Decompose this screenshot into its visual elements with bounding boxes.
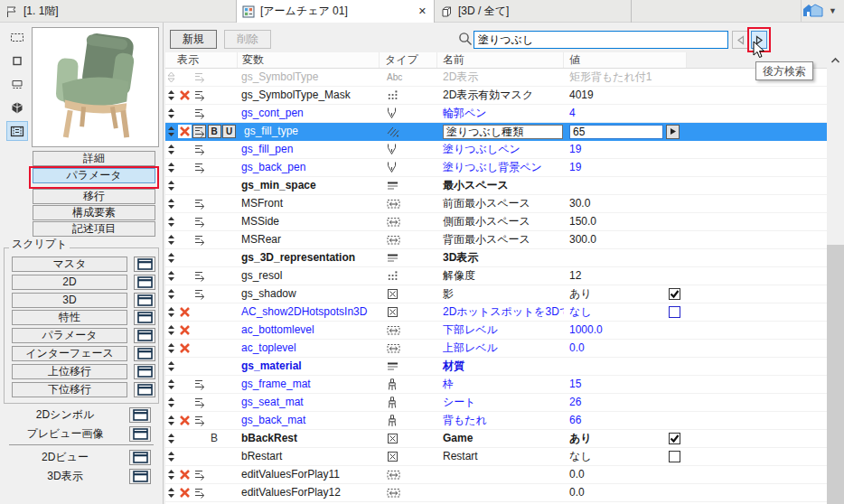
- slot-reorder[interactable]: [165, 249, 177, 266]
- slot-unique-flag[interactable]: [221, 285, 237, 303]
- table-row[interactable]: MSRear背面最小スペース300.0: [165, 231, 827, 249]
- slot-unique-flag[interactable]: [221, 394, 237, 411]
- slot-transfer[interactable]: [192, 303, 207, 321]
- table-row[interactable]: gs_back_mat背もたれ66: [165, 412, 827, 430]
- slot-transfer[interactable]: [192, 159, 207, 176]
- slot-bold-flag[interactable]: [207, 87, 221, 104]
- view-tool-2d-symbol-view[interactable]: [6, 27, 28, 47]
- parameter-value[interactable]: 19: [564, 159, 663, 176]
- slot-reorder[interactable]: [165, 358, 177, 375]
- parameter-type[interactable]: [380, 249, 437, 266]
- parameter-name[interactable]: 最小スペース: [437, 177, 564, 194]
- parameter-name[interactable]: Restart: [437, 448, 564, 465]
- parameter-variable[interactable]: gs_fill_pen: [237, 141, 380, 158]
- slot-transfer[interactable]: [192, 430, 207, 447]
- slot-reorder[interactable]: [165, 285, 177, 303]
- slot-hide-flag[interactable]: [177, 123, 192, 140]
- parameter-type[interactable]: [380, 322, 437, 339]
- slot-bold-flag[interactable]: [207, 141, 221, 158]
- table-row[interactable]: gs_min_space最小スペース: [165, 177, 827, 195]
- parameter-value[interactable]: 矩形背もたれ付1: [564, 69, 663, 86]
- slot-reorder[interactable]: [165, 430, 177, 447]
- table-row[interactable]: gs_cont_pen輪郭ペン4: [165, 105, 827, 123]
- parameter-type[interactable]: [380, 213, 437, 230]
- slot-reorder[interactable]: [165, 159, 177, 176]
- new-parameter-button[interactable]: 新規: [170, 30, 217, 49]
- value-checkbox[interactable]: [669, 451, 680, 462]
- parameter-variable[interactable]: ac_bottomlevel: [237, 322, 380, 339]
- parameter-value[interactable]: 30.0: [564, 195, 663, 212]
- parameter-value[interactable]: [564, 249, 663, 266]
- slot-hide-flag[interactable]: [177, 394, 192, 411]
- slot-transfer[interactable]: [192, 484, 207, 501]
- open-script-window-button[interactable]: [134, 275, 155, 290]
- table-row[interactable]: gs_fill_pen塗りつぶしペン19: [165, 141, 827, 159]
- slot-reorder[interactable]: [165, 448, 177, 465]
- parameter-value[interactable]: 26: [564, 394, 663, 411]
- parameter-type[interactable]: [380, 105, 437, 122]
- slot-hide-flag[interactable]: [177, 412, 192, 429]
- parameter-value[interactable]: あり: [564, 285, 663, 303]
- tab-3d-window[interactable]: [3D / 全て]: [435, 0, 632, 23]
- view-tool-hotspot-view[interactable]: [6, 74, 28, 94]
- slot-unique-flag[interactable]: [221, 484, 237, 501]
- sidebar-button-1[interactable]: パラメータ: [33, 168, 155, 183]
- parameter-value[interactable]: 19: [564, 141, 663, 158]
- parameter-name[interactable]: 背もたれ: [437, 412, 564, 429]
- table-row[interactable]: gs_3D_representation3D表示: [165, 249, 827, 267]
- parameter-variable[interactable]: gs_SymbolType: [237, 69, 380, 86]
- parameter-name[interactable]: 2D表示有効マスク: [437, 87, 564, 104]
- slot-unique-flag[interactable]: [221, 303, 237, 321]
- parameter-type[interactable]: [380, 285, 437, 303]
- slot-unique-flag[interactable]: [221, 213, 237, 230]
- view-tool-preview-picture[interactable]: [6, 121, 28, 141]
- table-row[interactable]: ac_toplevel上部レベル0.0: [165, 340, 827, 358]
- open-script-window-button[interactable]: [134, 310, 155, 325]
- table-row[interactable]: gs_seat_matシート26: [165, 394, 827, 412]
- parameter-value[interactable]: 15: [564, 376, 663, 393]
- slot-reorder[interactable]: [165, 340, 177, 357]
- parameter-variable[interactable]: ac_toplevel: [237, 340, 380, 357]
- slot-reorder[interactable]: [165, 484, 177, 501]
- slot-bold-flag[interactable]: [207, 159, 221, 176]
- slot-transfer[interactable]: [192, 322, 207, 339]
- slot-reorder[interactable]: [165, 195, 177, 212]
- slot-reorder[interactable]: [165, 105, 177, 122]
- name-edit-field[interactable]: 塗りつぶし種類: [443, 125, 563, 139]
- table-row[interactable]: gs_shadow影あり: [165, 285, 827, 303]
- slot-hide-flag[interactable]: [177, 340, 192, 357]
- scroll-up-icon[interactable]: [827, 52, 844, 69]
- value-checkbox[interactable]: [669, 433, 680, 444]
- slot-unique-flag[interactable]: [221, 105, 237, 122]
- slot-unique-flag[interactable]: [221, 376, 237, 393]
- sidebar-item-label[interactable]: 2Dシンボル: [7, 407, 123, 423]
- slot-bold-flag[interactable]: [207, 213, 221, 230]
- slot-transfer[interactable]: [192, 285, 207, 303]
- slot-hide-flag[interactable]: [177, 484, 192, 501]
- slot-reorder[interactable]: [165, 466, 177, 483]
- parameter-value[interactable]: 1000.0: [564, 322, 663, 339]
- table-row[interactable]: MSSide側面最小スペース150.0: [165, 213, 827, 231]
- parameter-value[interactable]: [564, 358, 663, 375]
- parameter-value[interactable]: [564, 177, 663, 194]
- slot-hide-flag[interactable]: [177, 303, 192, 321]
- slot-transfer[interactable]: [192, 340, 207, 357]
- parameter-name[interactable]: 塗りつぶしペン: [437, 141, 564, 158]
- slot-bold-flag[interactable]: [207, 358, 221, 375]
- parameter-name[interactable]: [437, 466, 564, 483]
- slot-reorder[interactable]: [165, 87, 177, 104]
- parameter-variable[interactable]: gs_SymbolType_Mask: [237, 87, 380, 104]
- parameter-value[interactable]: 12: [564, 267, 663, 285]
- script-button-マスタ[interactable]: マスタ: [12, 257, 127, 272]
- slot-transfer[interactable]: [192, 69, 207, 86]
- table-row[interactable]: gs_SymbolTypeAbc2D表示矩形背もたれ付1: [165, 69, 827, 87]
- parameter-type[interactable]: [380, 412, 437, 429]
- slot-hide-flag[interactable]: [177, 285, 192, 303]
- tab-object-editor[interactable]: [アームチェア 01] ✕: [237, 0, 435, 23]
- slot-reorder[interactable]: [165, 267, 177, 285]
- slot-bold-flag[interactable]: [207, 303, 221, 321]
- slot-hide-flag[interactable]: [177, 466, 192, 483]
- parameter-variable[interactable]: gs_material: [237, 358, 380, 375]
- table-row[interactable]: BUgs_fill_type塗りつぶし種類65: [165, 123, 827, 141]
- value-edit-field[interactable]: 65: [569, 125, 663, 139]
